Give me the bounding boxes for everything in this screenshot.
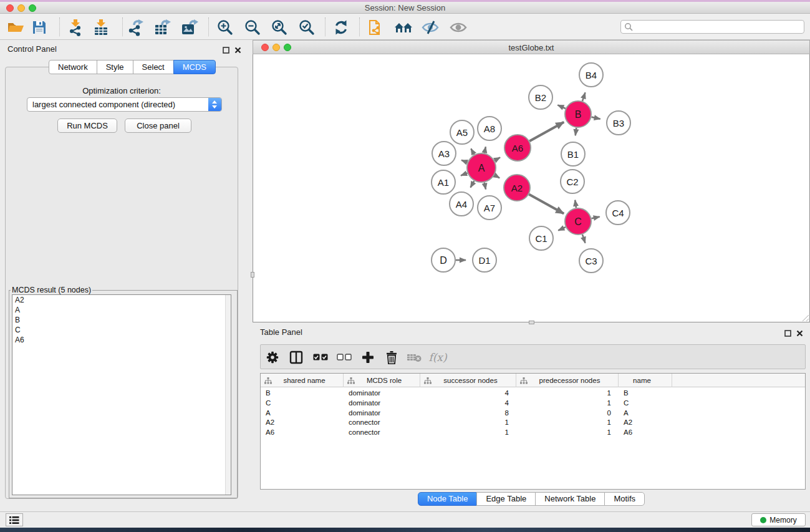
graph-edge-A-A6[interactable] (494, 157, 500, 160)
tab-network-table[interactable]: Network Table (535, 492, 605, 506)
column-table-icon[interactable] (287, 349, 306, 366)
cell-MCDS-role[interactable]: connector (344, 418, 420, 428)
close-panel-button[interactable]: Close panel (125, 118, 191, 133)
cell-successor-nodes[interactable]: 1 (420, 418, 516, 428)
graph-edge-A-A8[interactable] (485, 147, 486, 153)
search-input[interactable] (633, 21, 804, 32)
dropdown-stepper-icon[interactable] (208, 98, 221, 111)
import-table-icon[interactable] (91, 18, 111, 36)
houses-icon[interactable] (393, 18, 413, 36)
cell-predecessor-nodes[interactable]: 0 (516, 409, 619, 418)
memory-button[interactable]: Memory (751, 513, 806, 526)
zoom-selected-magnifier-icon[interactable] (297, 18, 317, 36)
delete-table-icon[interactable] (405, 349, 423, 366)
cell-predecessor-nodes[interactable]: 1 (516, 428, 619, 438)
mcds-result-item[interactable]: A (12, 305, 231, 315)
mcds-result-item[interactable]: A6 (12, 335, 231, 345)
import-network-icon[interactable] (66, 18, 86, 36)
graph-edge-B-B2[interactable] (557, 105, 566, 109)
cell-shared-name[interactable]: A6 (261, 428, 344, 438)
cell-name[interactable]: A (619, 409, 672, 418)
export-image-icon[interactable] (180, 18, 200, 36)
eye-icon[interactable] (448, 18, 468, 36)
graph-edge-A-A2[interactable] (494, 175, 499, 178)
cell-MCDS-role[interactable]: dominator (344, 409, 420, 418)
cell-name[interactable]: A6 (619, 428, 672, 438)
gear-icon[interactable] (263, 349, 282, 366)
refresh-arrows-icon[interactable] (331, 18, 351, 36)
node-table[interactable]: shared nameMCDS rolesuccessor nodesprede… (260, 373, 806, 490)
cell-shared-name[interactable]: A (261, 409, 344, 418)
unchecked-checkboxes-icon[interactable] (335, 349, 354, 366)
cell-successor-nodes[interactable]: 4 (420, 389, 516, 399)
cell-shared-name[interactable]: B (261, 389, 344, 399)
table-row[interactable]: A6connector11A6 (261, 428, 805, 438)
graph-edge-A-A3[interactable] (461, 160, 468, 163)
tab-select[interactable]: Select (133, 60, 174, 74)
tab-network[interactable]: Network (49, 60, 97, 74)
close-table-panel-icon[interactable] (796, 328, 803, 335)
graph-edge-C-C3[interactable] (582, 235, 586, 243)
network-window-titlebar[interactable]: testGlobe.txt (253, 40, 810, 54)
optimization-criterion-dropdown[interactable]: largest connected component (directed) (27, 97, 222, 112)
function-fx-icon[interactable]: f(x) (428, 349, 447, 366)
column-header-shared-name[interactable]: shared name (261, 374, 344, 387)
tab-style[interactable]: Style (97, 60, 133, 74)
cell-predecessor-nodes[interactable]: 1 (516, 399, 619, 409)
column-header-MCDS-role[interactable]: MCDS role (344, 374, 420, 387)
graph-edge-B-B3[interactable] (592, 117, 600, 119)
graph-edge-A6-B[interactable] (529, 122, 564, 142)
cell-name[interactable]: A2 (619, 418, 672, 428)
graph-edge-B-B4[interactable] (582, 92, 586, 101)
table-row[interactable]: Bdominator41B (261, 389, 805, 399)
cell-predecessor-nodes[interactable]: 1 (516, 389, 619, 399)
column-header-name[interactable]: name (619, 374, 672, 387)
close-panel-icon[interactable] (234, 45, 241, 52)
float-panel-icon[interactable] (223, 45, 229, 52)
cell-predecessor-nodes[interactable]: 1 (516, 418, 619, 428)
zoom-out-magnifier-icon[interactable] (243, 18, 263, 36)
mcds-result-item[interactable]: C (12, 325, 231, 335)
cell-MCDS-role[interactable]: dominator (344, 399, 420, 409)
tab-edge-table[interactable]: Edge Table (476, 492, 536, 506)
window-edge-handle[interactable] (251, 272, 254, 278)
table-row[interactable]: A2connector11A2 (261, 418, 805, 428)
mcds-result-item[interactable]: B (12, 315, 231, 325)
cell-successor-nodes[interactable]: 1 (420, 428, 516, 438)
zoom-fit-magnifier-icon[interactable] (269, 18, 289, 36)
run-mcds-button[interactable]: Run MCDS (57, 118, 117, 133)
graph-edge-A-A4[interactable] (470, 181, 474, 188)
trash-icon[interactable] (382, 349, 401, 366)
graph-edge-B-B1[interactable] (576, 128, 577, 135)
tab-motifs[interactable]: Motifs (604, 492, 645, 506)
table-row[interactable]: Adominator80A (261, 409, 805, 418)
network-document-icon[interactable] (367, 18, 387, 36)
cell-name[interactable]: C (619, 399, 672, 409)
export-network-icon[interactable] (127, 18, 147, 36)
open-folder-icon[interactable] (6, 18, 26, 36)
tab-mcds[interactable]: MCDS (173, 60, 216, 74)
graph-edge-C-C1[interactable] (558, 227, 566, 230)
column-header-successor-nodes[interactable]: successor nodes (420, 374, 516, 387)
tab-node-table[interactable]: Node Table (418, 492, 478, 506)
cell-MCDS-role[interactable]: connector (344, 428, 420, 438)
cell-shared-name[interactable]: C (261, 399, 344, 409)
cell-successor-nodes[interactable]: 4 (420, 399, 516, 409)
network-canvas[interactable]: B4B2BB3A8A5A6A3B1AA1C2A2A4A7C4CC1C3DD1 (253, 54, 810, 322)
task-list-button[interactable] (6, 513, 23, 526)
graph-edge-A2-C[interactable] (529, 195, 564, 214)
cell-name[interactable]: B (619, 389, 672, 399)
plus-icon[interactable] (359, 349, 377, 366)
column-header-predecessor-nodes[interactable]: predecessor nodes (516, 374, 619, 387)
network-graph[interactable]: B4B2BB3A8A5A6A3B1AA1C2A2A4A7C4CC1C3DD1 (253, 54, 809, 321)
eye-slash-icon[interactable] (420, 18, 440, 36)
mcds-result-item[interactable]: A2 (12, 295, 231, 305)
graph-edge-C-C2[interactable] (575, 200, 576, 208)
main-titlebar[interactable]: Session: New Session (0, 2, 810, 14)
checked-checkboxes-icon[interactable] (311, 349, 330, 366)
toolbar-search[interactable] (620, 20, 804, 34)
zoom-in-magnifier-icon[interactable] (215, 18, 235, 36)
window-edge-handle[interactable] (529, 321, 534, 324)
graph-edge-A-A5[interactable] (471, 148, 474, 155)
table-row[interactable]: Cdominator41C (261, 399, 805, 409)
